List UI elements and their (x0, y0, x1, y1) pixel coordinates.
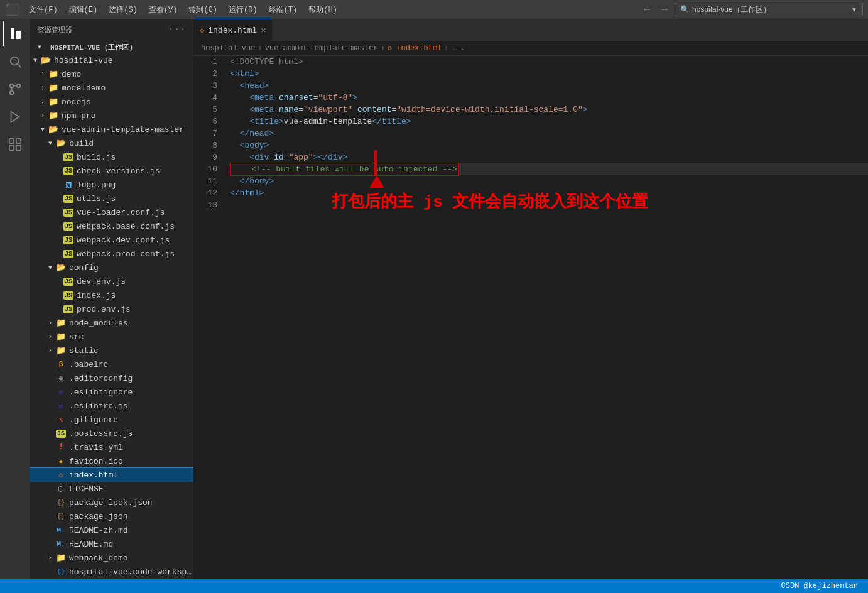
tree-item-webpack.dev.conf.js[interactable]: JSwebpack.dev.conf.js (30, 233, 193, 247)
code-content[interactable]: <!DOCTYPE html><html> <head> <meta chars… (225, 56, 868, 579)
file-icon-node_modules: 📁 (55, 317, 67, 329)
tree-item-package.json[interactable]: {}package.json (30, 509, 193, 523)
breadcrumb-part-3[interactable]: ◇ index.html (388, 43, 442, 53)
file-icon-webpack_demo: 📁 (55, 552, 67, 563)
code-token: <meta (230, 104, 279, 116)
tree-item-webpack.base.conf.js[interactable]: JSwebpack.base.conf.js (30, 219, 193, 233)
file-icon-favicon.ico: ★ (55, 455, 67, 467)
line-number-1: 1 (193, 56, 217, 68)
back-button[interactable]: ← (639, 3, 654, 16)
file-icon-dev.env.js: JS (63, 276, 74, 287)
tree-item-README-zh.md[interactable]: M↓README-zh.md (30, 523, 193, 537)
tree-item-build[interactable]: ▼📂build (30, 136, 193, 150)
tree-item-npm_pro[interactable]: ›📁npm_pro (30, 109, 193, 122)
tree-item-favicon.ico[interactable]: ★favicon.ico (30, 454, 193, 468)
tree-label-README-zh.md: README-zh.md (69, 526, 193, 535)
menu-item[interactable]: 编辑(E) (64, 3, 103, 16)
tree-item-logo.png[interactable]: 🖼logo.png (30, 178, 193, 192)
search-activity-icon[interactable] (3, 49, 28, 74)
tree-item-nodejs[interactable]: ›📁nodejs (30, 95, 193, 109)
file-icon-webpack.base.conf.js: JS (63, 220, 74, 232)
tree-item-vue-admin-template-master[interactable]: ▼📂vue-admin-template-master (30, 122, 193, 136)
tree-item-modeldemo[interactable]: ›📁modeldemo (30, 81, 193, 95)
tree-item-.travis.yml[interactable]: !.travis.yml (30, 440, 193, 454)
svg-line-3 (18, 64, 21, 67)
tree-label-webpack.base.conf.js: webpack.base.conf.js (77, 222, 193, 231)
tab-file-icon: ◇ (200, 26, 204, 35)
tree-item-.eslintignore[interactable]: ⊘.eslintignore (30, 385, 193, 399)
source-control-icon[interactable] (3, 77, 28, 102)
menu-item[interactable]: 帮助(H) (303, 3, 342, 16)
breadcrumb-part-1[interactable]: hospital-vue (201, 44, 255, 53)
tree-item-webpack.prod.conf.js[interactable]: JSwebpack.prod.conf.js (30, 247, 193, 261)
tree-item-vue-loader.conf.js[interactable]: JSvue-loader.conf.js (30, 205, 193, 219)
tree-item-.gitignore[interactable]: ⌥.gitignore (30, 413, 193, 427)
tree-item-index.html[interactable]: ◇index.html (30, 468, 193, 482)
file-icon-README.md: M↓ (55, 538, 67, 550)
tree-item-demo[interactable]: ›📁demo (30, 67, 193, 81)
tree-item-hospital-vue.code-workspace[interactable]: {}hospital-vue.code-workspace (30, 565, 193, 579)
search-input[interactable] (692, 5, 849, 14)
tab-index-html[interactable]: ◇ index.html × (193, 19, 272, 41)
app-icon: ⬛ (5, 3, 19, 16)
breadcrumb-part-4: ... (452, 44, 465, 53)
status-label: CSDN @kejizhentan (778, 582, 862, 590)
tree-item-package-lock.json[interactable]: {}package-lock.json (30, 496, 193, 509)
line-number-7: 7 (193, 128, 217, 139)
tree-item-.eslintrc.js[interactable]: ⊘.eslintrc.js (30, 399, 193, 413)
tree-item-utils.js[interactable]: JSutils.js (30, 192, 193, 205)
tree-item-hospital-vue[interactable]: ▼📂hospital-vue (30, 53, 193, 67)
code-token: "width=device-width,initial-scale=1.0" (396, 104, 582, 116)
tree-item-prod.env.js[interactable]: JSprod.env.js (30, 302, 193, 316)
run-icon[interactable] (3, 104, 28, 129)
file-icon-nodejs: 📁 (48, 96, 59, 107)
tree-arrow-config: ▼ (45, 264, 55, 271)
menu-item[interactable]: 查看(V) (144, 3, 183, 16)
forward-button[interactable]: → (657, 3, 672, 16)
search-box[interactable]: 🔍 ▼ (675, 3, 863, 16)
menu-item[interactable]: 终端(T) (264, 3, 303, 16)
tree-label-LICENSE: LICENSE (69, 484, 193, 494)
tree-item-.postcssrc.js[interactable]: JS.postcssrc.js (30, 427, 193, 440)
code-line-7: </head> (230, 128, 868, 139)
tree-item-webpack_demo[interactable]: ›📁webpack_demo (30, 551, 193, 565)
menu-item[interactable]: 转到(G) (183, 3, 222, 16)
code-editor[interactable]: 12345678910111213 <!DOCTYPE html><html> … (193, 56, 868, 579)
tree-label-index.html: index.html (69, 471, 193, 480)
code-token: </html> (230, 187, 264, 199)
menu-item[interactable]: 运行(R) (224, 3, 263, 16)
breadcrumb-part-2[interactable]: vue-admin-template-master (265, 44, 378, 53)
tree-item-README.md[interactable]: M↓README.md (30, 537, 193, 551)
file-icon-logo.png: 🖼 (63, 179, 74, 190)
extensions-icon[interactable] (3, 132, 28, 157)
tab-label: index.html (208, 26, 257, 35)
sidebar-tree: ▼📂hospital-vue›📁demo›📁modeldemo›📁nodejs›… (30, 53, 193, 579)
sidebar-more-button[interactable]: ··· (168, 24, 186, 35)
tree-item-dev.env.js[interactable]: JSdev.env.js (30, 275, 193, 288)
breadcrumb-sep-1: › (258, 44, 262, 53)
tree-label-dev.env.js: dev.env.js (77, 277, 193, 286)
tree-item-node_modules[interactable]: ›📁node_modules (30, 316, 193, 330)
tree-item-check-versions.js[interactable]: JScheck-versions.js (30, 164, 193, 178)
tree-item-.babelrc[interactable]: β.babelrc (30, 357, 193, 371)
tree-item-build.js[interactable]: JSbuild.js (30, 150, 193, 164)
tree-label-npm_pro: npm_pro (62, 111, 193, 121)
tree-item-src[interactable]: ›📁src (30, 330, 193, 344)
tree-label-.postcssrc.js: .postcssrc.js (69, 429, 193, 438)
tree-item-.editorconfig[interactable]: ⚙.editorconfig (30, 371, 193, 385)
tree-label-utils.js: utils.js (77, 194, 193, 204)
tree-label-build.js: build.js (77, 153, 193, 162)
dropdown-button[interactable]: ▼ (851, 6, 857, 13)
menu-item[interactable]: 文件(F) (24, 3, 63, 16)
file-icon-build: 📂 (55, 138, 67, 149)
tree-item-static[interactable]: ›📁static (30, 344, 193, 357)
tree-item-LICENSE[interactable]: ⬡LICENSE (30, 482, 193, 496)
code-token: charset (279, 92, 313, 104)
tree-item-config[interactable]: ▼📂config (30, 261, 193, 275)
explorer-icon[interactable] (3, 21, 28, 46)
file-icon-index.js: JS (63, 290, 74, 301)
menu-item[interactable]: 选择(S) (104, 3, 143, 16)
tab-close-button[interactable]: × (261, 26, 266, 35)
tree-item-index.js[interactable]: JSindex.js (30, 288, 193, 302)
file-icon-.eslintrc.js: ⊘ (55, 400, 67, 411)
